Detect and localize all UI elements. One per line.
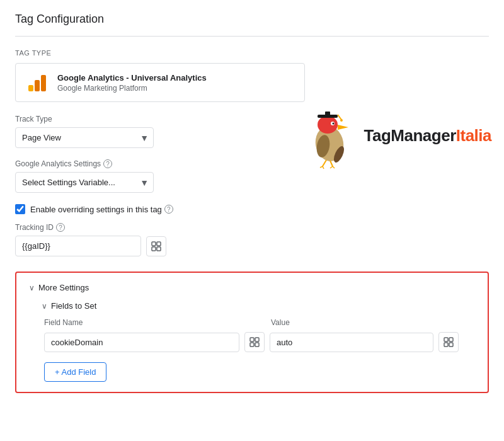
svg-rect-12 — [449, 338, 453, 341]
page-title: Tag Configuration — [15, 13, 489, 26]
svg-rect-7 — [250, 338, 254, 341]
svg-point-20 — [340, 119, 343, 122]
svg-marker-21 — [338, 125, 348, 130]
col-header-field-name: Field Name — [44, 318, 258, 327]
svg-point-23 — [332, 123, 334, 125]
add-field-button[interactable]: + Add Field — [44, 362, 106, 382]
svg-rect-8 — [255, 338, 259, 341]
field-value-variable-btn[interactable] — [438, 332, 459, 352]
svg-rect-18 — [325, 112, 330, 117]
svg-rect-2 — [41, 75, 46, 91]
svg-rect-14 — [449, 343, 453, 346]
svg-rect-9 — [250, 343, 254, 346]
analytics-settings-help-icon[interactable]: ? — [103, 159, 112, 168]
field-name-variable-btn[interactable] — [244, 332, 265, 352]
analytics-settings-select-wrapper: Select Settings Variable... New Variable… — [15, 172, 154, 193]
ga-analytics-icon — [26, 71, 49, 94]
tag-type-label: Tag Type — [15, 49, 489, 57]
field-row — [44, 332, 475, 352]
field-name-input[interactable] — [44, 333, 239, 352]
svg-rect-1 — [35, 80, 40, 91]
svg-line-27 — [330, 161, 333, 166]
svg-rect-11 — [444, 338, 448, 341]
fields-to-set-chevron-icon: ∨ — [42, 302, 47, 311]
override-checkbox-row: Enable overriding settings in this tag ? — [15, 204, 489, 214]
override-checkbox[interactable] — [15, 204, 25, 214]
brand-logo-text: TagManagerItalia — [364, 126, 491, 146]
svg-point-16 — [318, 116, 338, 134]
tag-type-info: Google Analytics - Universal Analytics G… — [57, 73, 207, 93]
tag-type-section: Tag Type Google Analytics - Universal An… — [15, 49, 489, 102]
tag-type-platform: Google Marketing Platform — [57, 84, 207, 93]
title-divider — [15, 36, 489, 37]
svg-rect-0 — [28, 85, 33, 91]
field-column-headers: Field Name Value — [44, 318, 475, 327]
svg-rect-6 — [157, 247, 161, 251]
svg-line-19 — [338, 115, 341, 120]
svg-line-26 — [323, 160, 326, 166]
fields-to-set-section: ∨ Fields to Set Field Name Value — [42, 301, 475, 382]
override-checkbox-label: Enable overriding settings in this tag ? — [30, 205, 173, 214]
more-settings-label: More Settings — [38, 283, 89, 292]
tracking-id-section: Tracking ID ? — [15, 223, 489, 256]
svg-line-28 — [320, 166, 323, 168]
fields-to-set-label: Fields to Set — [51, 301, 96, 311]
analytics-settings-select[interactable]: Select Settings Variable... New Variable… — [15, 172, 154, 193]
svg-line-30 — [330, 166, 333, 168]
logo-text-black: TagManager — [364, 126, 456, 146]
tag-type-name: Google Analytics - Universal Analytics — [57, 73, 207, 83]
brand-logo-bird — [295, 101, 364, 170]
override-help-icon[interactable]: ? — [164, 205, 173, 214]
logo-overlay: TagManagerItalia — [295, 101, 491, 170]
tracking-id-input[interactable] — [15, 236, 141, 256]
svg-line-31 — [333, 166, 335, 168]
fields-to-set-collapse-row[interactable]: ∨ Fields to Set — [42, 301, 475, 311]
track-type-select-wrapper: Page View Event Transaction Social Timin… — [15, 127, 154, 148]
tracking-id-label: Tracking ID ? — [15, 223, 489, 232]
svg-rect-10 — [255, 343, 259, 346]
more-settings-collapse-row[interactable]: ∨ More Settings — [29, 283, 475, 292]
tracking-id-help-icon[interactable]: ? — [56, 223, 65, 232]
svg-line-29 — [323, 166, 324, 169]
svg-rect-3 — [152, 242, 156, 246]
logo-text-orange: Italia — [456, 126, 491, 146]
more-settings-section: ∨ More Settings ∨ Fields to Set Field Na… — [15, 272, 489, 393]
tracking-id-row — [15, 236, 489, 256]
svg-rect-13 — [444, 343, 448, 346]
tag-type-box[interactable]: Google Analytics - Universal Analytics G… — [15, 63, 305, 102]
svg-rect-5 — [152, 247, 156, 251]
field-value-input[interactable] — [270, 333, 433, 352]
track-type-select[interactable]: Page View Event Transaction Social Timin… — [15, 127, 154, 148]
tracking-id-variable-btn[interactable] — [146, 236, 166, 256]
page-container: Tag Configuration Tag Type Google Analyt… — [0, 0, 504, 406]
col-header-value: Value — [258, 318, 435, 327]
more-settings-chevron-icon: ∨ — [29, 284, 35, 292]
svg-rect-4 — [157, 242, 161, 246]
